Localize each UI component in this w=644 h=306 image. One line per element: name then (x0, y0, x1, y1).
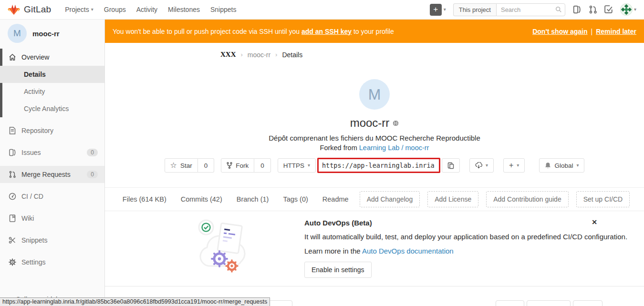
breadcrumb-namespace[interactable]: XXX (220, 51, 236, 59)
project-title-row: mooc-rr (105, 116, 644, 130)
close-icon[interactable]: ✕ (592, 218, 597, 226)
bell-icon (545, 162, 551, 169)
ssh-warning-text: You won't be able to pull or push projec… (113, 28, 532, 35)
search-scope-label: This project (453, 3, 496, 16)
dont-show-again-link[interactable]: Don't show again (532, 28, 587, 35)
nav-activity[interactable]: Activity (131, 6, 163, 13)
merge-requests-icon[interactable] (589, 5, 597, 14)
document-icon (8, 127, 16, 134)
readme-link[interactable]: Readme (322, 195, 349, 203)
forked-from-line: Forked from Learning Lab / mooc-rr (105, 144, 644, 152)
nav-groups[interactable]: Groups (99, 6, 131, 13)
devops-title: Auto DevOps (Beta) (304, 219, 627, 227)
clipboard-icon (447, 162, 454, 169)
devops-docs-link[interactable]: Auto DevOps documentation (362, 247, 454, 255)
devops-description: It will automatically build, test, and d… (304, 233, 627, 241)
sidebar-item-repository[interactable]: Repository (0, 122, 104, 139)
project-description: Dépôt comprenant les fichiers du MOOC Re… (105, 134, 644, 142)
project-stats-row: Files (614 KB) Commits (42) Branch (1) T… (105, 187, 644, 211)
search-group: This project (453, 3, 565, 16)
protocol-dropdown[interactable]: HTTPS▾ (278, 158, 316, 173)
forked-from-link[interactable]: Learning Lab / mooc-rr (359, 144, 429, 152)
plus-icon: + (509, 162, 513, 169)
setup-cicd-button[interactable]: Set up CI/CD (576, 191, 630, 207)
files-link[interactable]: Files (614 KB) (123, 195, 166, 203)
project-actions-row: ☆ Star 0 Fork 0 HTTPS▾ (105, 158, 644, 173)
ssh-warning-banner: You won't be able to pull or push projec… (105, 20, 644, 43)
clone-url-highlight (317, 158, 440, 173)
issues-icon (8, 149, 16, 156)
commits-link[interactable]: Commits (42) (181, 195, 222, 203)
cutoff-button[interactable] (496, 300, 524, 306)
breadcrumb-current: Details (282, 51, 302, 59)
download-dropdown[interactable]: ▾ (469, 158, 494, 173)
sidebar-item-settings[interactable]: Settings (0, 254, 104, 271)
sidebar-item-details[interactable]: Details (0, 66, 104, 83)
branches-link[interactable]: Branch (1) (237, 195, 269, 203)
issues-icon[interactable] (572, 5, 582, 14)
home-icon (8, 53, 16, 61)
project-title: mooc-rr (350, 116, 390, 130)
fork-button[interactable]: Fork (221, 158, 254, 173)
sidebar-item-wiki[interactable]: Wiki (0, 210, 104, 227)
fork-icon (227, 162, 232, 169)
nav-milestones[interactable]: Milestones (163, 6, 205, 13)
tags-link[interactable]: Tags (0) (283, 195, 308, 203)
chevron-down-icon: ▾ (634, 7, 636, 12)
brand-name: GitLab (24, 4, 51, 15)
star-count[interactable]: 0 (198, 158, 215, 173)
gitlab-logo[interactable]: GitLab (8, 4, 51, 16)
cutoff-button[interactable] (527, 300, 571, 306)
project-sidebar: M mooc-rr Overview Details Activity Cycl… (0, 20, 105, 306)
devops-learn-line: Learn more in the Auto DevOps documentat… (304, 247, 627, 255)
cutoff-button[interactable] (573, 300, 602, 306)
cutoff-button[interactable] (266, 300, 292, 306)
breadcrumb-project[interactable]: mooc-rr (248, 51, 270, 59)
sidebar-item-merge-requests[interactable]: Merge Requests 0 (0, 166, 104, 183)
star-button[interactable]: ☆ Star (165, 158, 198, 173)
main-content: XXX › mooc-rr › Details M mooc-rr Dépôt … (105, 43, 644, 306)
fork-count[interactable]: 0 (254, 158, 271, 173)
download-icon (475, 162, 482, 169)
chevron-down-icon: ▾ (576, 163, 579, 168)
sidebar-item-ci-cd[interactable]: CI / CD (0, 188, 104, 205)
user-avatar (620, 3, 633, 16)
chevron-down-icon: ▾ (444, 7, 446, 12)
copy-url-button[interactable] (442, 158, 460, 173)
sidebar-project-name: mooc-rr (32, 30, 60, 38)
add-license-button[interactable]: Add License (427, 191, 478, 207)
sidebar-item-issues[interactable]: Issues 0 (0, 144, 104, 161)
merge-request-icon (8, 171, 16, 178)
remind-later-link[interactable]: Remind later (596, 28, 636, 35)
new-menu-button[interactable]: + ▾ (430, 4, 446, 16)
sidebar-project-header[interactable]: M mooc-rr (0, 20, 104, 48)
sidebar-item-overview[interactable]: Overview (0, 49, 104, 66)
enable-in-settings-button[interactable]: Enable in settings (304, 262, 372, 278)
mr-count-badge: 0 (87, 171, 98, 178)
project-avatar: M (359, 79, 390, 110)
nav-projects[interactable]: Projects▾ (60, 6, 99, 13)
breadcrumb: XXX › mooc-rr › Details (220, 51, 302, 59)
chevron-down-icon: ▾ (91, 7, 93, 12)
add-ssh-key-link[interactable]: add an SSH key (301, 28, 352, 35)
gauge-icon (8, 193, 16, 200)
issues-count-badge: 0 (87, 149, 98, 156)
add-changelog-button[interactable]: Add Changelog (360, 191, 420, 207)
browser-status-url: https://app-learninglab.inria.fr/gitlab/… (0, 297, 270, 306)
user-menu[interactable]: ▾ (620, 3, 636, 16)
top-navbar: GitLab Projects▾ Groups Activity Milesto… (0, 0, 644, 20)
nav-snippets[interactable]: Snippets (205, 6, 241, 13)
sidebar-item-snippets[interactable]: Snippets (0, 232, 104, 249)
overview-section: Overview Details Activity Cycle Analytic… (0, 49, 104, 117)
clone-url-input[interactable] (319, 159, 439, 172)
todos-icon[interactable] (604, 5, 613, 14)
chevron-down-icon: ▾ (308, 163, 310, 168)
new-item-dropdown[interactable]: + ▾ (503, 158, 525, 173)
auto-devops-banner: Auto DevOps (Beta) It will automatically… (105, 211, 644, 286)
notification-dropdown[interactable]: Global ▾ (539, 158, 584, 173)
gear-icon (8, 258, 16, 266)
sidebar-item-cycle-analytics[interactable]: Cycle Analytics (0, 100, 104, 117)
chevron-down-icon: ▾ (486, 163, 488, 168)
sidebar-item-activity[interactable]: Activity (0, 83, 104, 100)
add-contribution-guide-button[interactable]: Add Contribution guide (486, 191, 568, 207)
